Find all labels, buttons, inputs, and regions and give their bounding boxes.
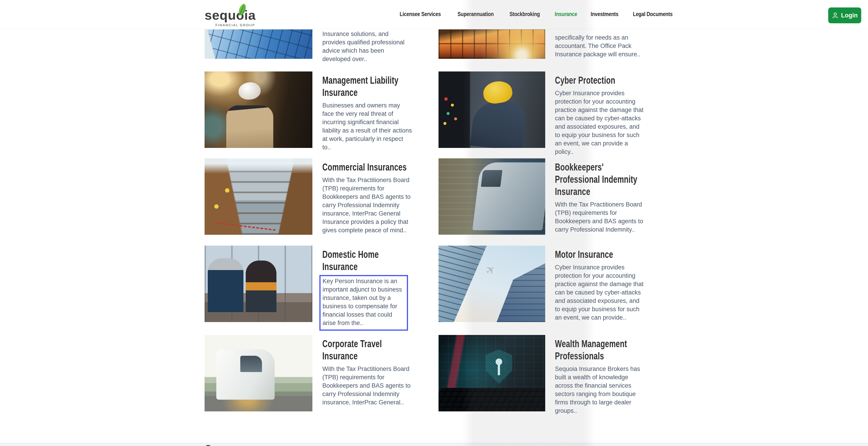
image-warehouse-aisle[interactable]: [205, 158, 312, 235]
insurance-services-page: sequoia FINANCIAL GROUP Licensee Service…: [0, 0, 868, 446]
image-cyber-security-shield-keyboard[interactable]: [438, 335, 545, 411]
card-title[interactable]: Wealth Management Professionals: [555, 338, 645, 362]
card-domestic-home-insurance[interactable]: Domestic Home Insurance Key Person Insur…: [205, 246, 412, 322]
image-white-van-country-road[interactable]: [205, 335, 312, 411]
card-wealth-management-professionals[interactable]: Wealth Management Professionals Sequoia …: [438, 335, 644, 411]
card-description: Cyber Insurance provides protection for …: [555, 89, 646, 156]
card-motor-insurance[interactable]: ✈ Motor Insurance Cyber Insurance provid…: [438, 246, 644, 322]
card-commercial-insurances[interactable]: Commercial Insurances With the Tax Pract…: [205, 158, 412, 235]
card-description: Sequoia Insurance Brokers has built a we…: [555, 365, 646, 415]
card-top-right-partial[interactable]: specifically for needs as an accountant.…: [438, 29, 644, 59]
card-cyber-protection[interactable]: Cyber Protection Cyber Insurance provide…: [438, 71, 644, 148]
footer-strip: [0, 442, 868, 446]
card-title[interactable]: Domestic Home Insurance: [322, 248, 413, 273]
card-title[interactable]: Management Liability Insurance: [322, 74, 413, 99]
card-corporate-travel-insurance[interactable]: Corporate Travel Insurance With the Tax …: [205, 335, 412, 411]
site-header: sequoia FINANCIAL GROUP Licensee Service…: [0, 0, 868, 29]
image-worker-control-panel[interactable]: [438, 71, 545, 148]
card-title[interactable]: Cyber Protection: [555, 74, 645, 86]
logo-tagline: FINANCIAL GROUP: [205, 23, 255, 27]
leaf-icon: [236, 3, 250, 18]
card-title[interactable]: Corporate Travel Insurance: [322, 338, 413, 362]
card-title[interactable]: Motor Insurance: [555, 248, 645, 261]
image-van-night-city-motion[interactable]: [438, 158, 545, 235]
nav-licensee-services[interactable]: Licensee Services: [400, 11, 441, 18]
card-management-liability-insurance[interactable]: Management Liability Insurance Businesse…: [205, 71, 412, 148]
airplane-icon: ✈: [483, 262, 498, 278]
card-description: Businesses and owners may face the very …: [322, 101, 413, 151]
login-button[interactable]: Login: [828, 7, 861, 23]
card-bookkeepers-professional-indemnity[interactable]: Bookkeepers' Professional Indemnity Insu…: [438, 158, 644, 235]
card-description: specifically for needs as an accountant.…: [555, 33, 646, 59]
nav-investments[interactable]: Investments: [591, 11, 618, 18]
card-description: Insurance solutions, and provides qualif…: [322, 30, 413, 63]
sequoia-logo[interactable]: sequoia FINANCIAL GROUP: [205, 7, 256, 28]
nav-stockbroking[interactable]: Stockbroking: [509, 11, 540, 18]
image-factory-worker-portrait[interactable]: [205, 71, 312, 148]
main-nav: Licensee Services Superannuation Stockbr…: [400, 11, 679, 18]
card-title[interactable]: Bookkeepers' Professional Indemnity Insu…: [555, 161, 645, 198]
nav-insurance[interactable]: Insurance: [555, 11, 577, 18]
user-icon: [832, 12, 839, 19]
nav-legal-documents[interactable]: Legal Documents: [633, 11, 673, 18]
image-advisers-meeting[interactable]: [205, 246, 312, 322]
nav-superannuation[interactable]: Superannuation: [458, 11, 494, 18]
card-description: With the Tax Practitioners Board (TPB) r…: [322, 176, 413, 235]
image-skyscrapers-airplane[interactable]: ✈: [438, 246, 545, 322]
card-title[interactable]: Commercial Insurances: [322, 161, 413, 173]
image-construction-sunset-silhouette[interactable]: [438, 29, 545, 59]
login-label: Login: [841, 12, 858, 19]
image-blue-glass-building[interactable]: [205, 29, 312, 59]
card-description: Cyber Insurance provides protection for …: [555, 263, 646, 322]
card-description: With the Tax Practitioners Board (TPB) r…: [555, 200, 646, 234]
card-description: With the Tax Practitioners Board (TPB) r…: [322, 365, 413, 407]
card-description-highlighted[interactable]: Key Person Insurance is an important adj…: [319, 275, 408, 331]
card-top-left-partial[interactable]: Insurance solutions, and provides qualif…: [205, 29, 412, 59]
